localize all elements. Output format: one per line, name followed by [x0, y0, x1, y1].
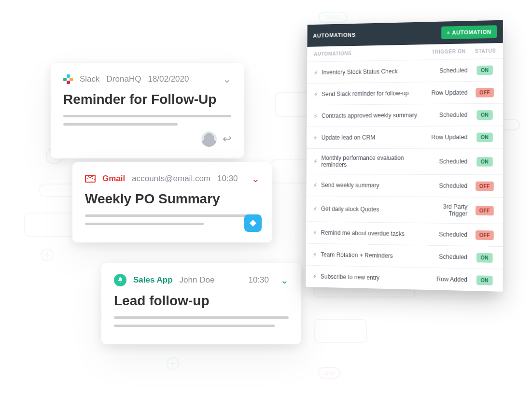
end-tag: END [318, 367, 340, 379]
automation-trigger: Scheduled [423, 182, 473, 189]
automation-row[interactable]: ⚡︎Remind me about overdue tasksScheduled… [306, 222, 503, 247]
add-automation-button[interactable]: + AUTOMATION [441, 25, 497, 39]
plus-icon: + [447, 30, 450, 36]
start-tag: START [319, 12, 347, 23]
dronahq-app-icon [244, 214, 262, 232]
slack-notification-card[interactable]: Slack DronaHQ 18/02/2020 ⌄ Reminder for … [51, 63, 244, 158]
bolt-icon: ⚡︎ [314, 91, 318, 98]
chevron-down-icon[interactable]: ⌄ [280, 274, 289, 286]
automation-row[interactable]: ⚡︎Monthly performance evaluation reminde… [307, 149, 503, 175]
automation-trigger: Row Added [423, 275, 474, 284]
automation-row[interactable]: ⚡︎Inventory Stock Status CheckScheduledO… [307, 59, 503, 84]
placeholder-line [114, 325, 275, 327]
automation-row[interactable]: ⚡︎Team Rotation + RemindersScheduledON [306, 243, 503, 269]
bolt-icon: ⚡︎ [314, 69, 318, 76]
status-toggle[interactable]: ON [476, 275, 492, 285]
placeholder-line [85, 214, 260, 217]
automation-name: Monthly performance evaluation reminders [321, 155, 423, 169]
bolt-icon: ⚡︎ [313, 134, 318, 141]
app-name: Sales App [133, 275, 173, 285]
status-toggle[interactable]: OFF [476, 88, 494, 98]
gmail-email: accounts@email.com [132, 174, 210, 184]
panel-header: AUTOMATIONS + AUTOMATION [307, 20, 503, 47]
app-name: Slack [80, 74, 100, 84]
status-toggle[interactable]: ON [477, 66, 493, 75]
bolt-icon: ⚡︎ [313, 113, 318, 120]
automation-row[interactable]: ⚡︎Subscribe to new entryRow AddedON [306, 266, 503, 292]
automation-trigger: Row Updated [424, 89, 474, 96]
status-toggle[interactable]: OFF [475, 230, 494, 240]
automation-row[interactable]: ⚡︎Send Slack reminder for follow-upRow U… [307, 81, 503, 105]
gmail-time: 10:30 [217, 174, 238, 184]
th-status: STATUS [471, 48, 496, 54]
bolt-icon: ⚡︎ [312, 251, 317, 258]
bolt-icon: ⚡︎ [313, 158, 318, 165]
slack-icon [63, 74, 73, 84]
chevron-down-icon[interactable]: ⌄ [252, 173, 260, 184]
automation-row[interactable]: ⚡︎Get daily stock Quotes3rd Party Trigge… [306, 196, 503, 224]
status-toggle[interactable]: OFF [476, 182, 494, 191]
bolt-icon: ⚡︎ [313, 182, 317, 189]
automation-name: Update lead on CRM [322, 134, 424, 141]
status-toggle[interactable]: ON [476, 157, 492, 167]
sales-app-notification-card[interactable]: Sales App John Doe 10:30 ⌄ Lead follow-u… [101, 263, 301, 344]
automation-name: Team Rotation + Reminders [321, 251, 423, 260]
sales-user: John Doe [180, 275, 215, 285]
th-trigger: TRIGGER ON [421, 48, 471, 55]
add-automation-label: AUTOMATION [452, 29, 491, 36]
automation-trigger: 3rd Party Trigger [423, 203, 474, 217]
automation-trigger: Scheduled [424, 158, 474, 165]
sales-title: Lead follow-up [114, 293, 289, 309]
status-toggle[interactable]: OFF [476, 206, 494, 215]
status-toggle[interactable]: ON [476, 253, 492, 263]
automation-trigger: Scheduled [424, 111, 474, 118]
automation-row[interactable]: ⚡︎Update lead on CRMRow UpdatedON [307, 126, 503, 149]
slack-title: Reminder for Follow-Up [63, 92, 231, 107]
automation-name: Contracts approved weekly summary [322, 112, 424, 119]
status-toggle[interactable]: ON [477, 110, 493, 120]
automation-name: Inventory Stock Status Check [322, 68, 424, 76]
bolt-icon: ⚡︎ [313, 229, 317, 236]
automation-name: Send Slack reminder for follow-up [322, 90, 424, 98]
automation-trigger: Row Updated [424, 134, 474, 141]
status-toggle[interactable]: ON [476, 133, 492, 142]
panel-title: AUTOMATIONS [313, 32, 356, 39]
automation-trigger: Scheduled [423, 253, 474, 261]
bolt-icon: ⚡︎ [313, 205, 317, 213]
th-automations: AUTOMATIONS [314, 49, 421, 57]
gmail-title: Weekly PO Summary [85, 191, 260, 207]
app-name: Gmail [102, 174, 125, 184]
bolt-icon: ⚡︎ [312, 273, 317, 280]
automation-trigger: Scheduled [423, 231, 474, 239]
slack-user: DronaHQ [107, 74, 141, 84]
automation-name: Remind me about overdue tasks [321, 229, 423, 238]
automation-name: Subscribe to new entry [321, 273, 423, 282]
placeholder-line [63, 123, 178, 126]
automation-name: Get daily stock Quotes [321, 205, 424, 213]
automations-panel: AUTOMATIONS + AUTOMATION AUTOMATIONS TRI… [306, 20, 503, 292]
reply-curve-icon: ↩︎ [223, 133, 231, 145]
sales-time: 10:30 [248, 275, 269, 285]
gmail-icon [85, 175, 96, 183]
placeholder-line [114, 316, 289, 319]
slack-date: 18/02/2020 [148, 74, 189, 84]
placeholder-line [63, 115, 231, 117]
placeholder-line [85, 223, 204, 225]
automation-row[interactable]: ⚡︎Send weekly summaryScheduledOFF [306, 174, 503, 198]
automation-trigger: Scheduled [424, 67, 474, 74]
gmail-notification-card[interactable]: Gmail accounts@email.com 10:30 ⌄ Weekly … [72, 162, 272, 242]
chevron-down-icon[interactable]: ⌄ [223, 73, 231, 85]
avatar-icon [201, 131, 217, 147]
automation-row[interactable]: ⚡︎Contracts approved weekly summarySched… [307, 104, 503, 128]
automation-name: Send weekly summary [321, 182, 423, 189]
bell-icon [114, 274, 126, 286]
